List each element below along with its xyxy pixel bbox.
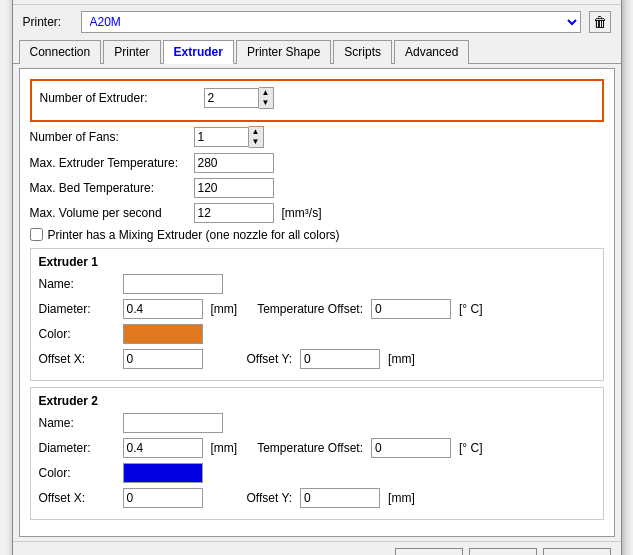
num-extruder-input[interactable] [204,88,259,108]
num-fans-row: Number of Fans: ▲ ▼ [30,126,604,148]
bottom-bar: OK Apply Cancel [13,541,621,556]
extruder1-name-input[interactable] [123,274,223,294]
max-extruder-temp-input[interactable] [194,153,274,173]
tab-printer[interactable]: Printer [103,40,160,64]
max-extruder-temp-label: Max. Extruder Temperature: [30,156,190,170]
extruder2-title: Extruder 2 [39,394,595,408]
cancel-button[interactable]: Cancel [543,548,611,556]
extruder2-color-picker[interactable] [123,463,203,483]
extruder2-diameter-input[interactable] [123,438,203,458]
tab-advanced[interactable]: Advanced [394,40,469,64]
extruder2-diameter-label: Diameter: [39,441,119,455]
extruder1-offset-x-input[interactable] [123,349,203,369]
extruder1-offset-row: Offset X: Offset Y: [mm] [39,349,595,369]
max-extruder-temp-row: Max. Extruder Temperature: [30,153,604,173]
extruder2-offset-y-label: Offset Y: [247,491,293,505]
extruder1-diameter-label: Diameter: [39,302,119,316]
max-bed-temp-input[interactable] [194,178,274,198]
num-fans-spin-down[interactable]: ▼ [249,137,263,147]
extruder2-offset-x-label: Offset X: [39,491,119,505]
tab-bar: Connection Printer Extruder Printer Shap… [13,39,621,64]
extruder2-temp-offset-input[interactable] [371,438,451,458]
printer-row: Printer: A20M 🗑 [13,5,621,39]
extruder1-name-label: Name: [39,277,119,291]
extruder2-section: Extruder 2 Name: Diameter: [mm] Temperat… [30,387,604,520]
num-fans-label: Number of Fans: [30,130,190,144]
extruder2-offset-y-input[interactable] [300,488,380,508]
tab-extruder[interactable]: Extruder [163,40,234,64]
extruder1-color-row: Color: [39,324,595,344]
extruder2-offset-unit: [mm] [388,491,415,505]
extruder1-diameter-input[interactable] [123,299,203,319]
extruder1-offset-y-label: Offset Y: [247,352,293,366]
num-fans-spin-up[interactable]: ▲ [249,127,263,137]
tab-printer-shape[interactable]: Printer Shape [236,40,331,64]
mixing-extruder-label: Printer has a Mixing Extruder (one nozzl… [48,228,340,242]
extruder2-offset-x-input[interactable] [123,488,203,508]
extruder1-offset-x-label: Offset X: [39,352,119,366]
extruder2-offset-row: Offset X: Offset Y: [mm] [39,488,595,508]
max-bed-temp-label: Max. Bed Temperature: [30,181,190,195]
extruder2-color-label: Color: [39,466,119,480]
num-extruder-row: Number of Extruder: ▲ ▼ [40,87,594,109]
num-extruder-label: Number of Extruder: [40,91,200,105]
extruder2-name-label: Name: [39,416,119,430]
extruder1-temp-unit: [° C] [459,302,482,316]
max-volume-unit: [mm³/s] [282,206,322,220]
tab-connection[interactable]: Connection [19,40,102,64]
num-extruder-spin-down[interactable]: ▼ [259,98,273,108]
mixing-extruder-checkbox[interactable] [30,228,43,241]
mixing-extruder-row: Printer has a Mixing Extruder (one nozzl… [30,228,604,242]
extruder2-color-row: Color: [39,463,595,483]
extruder1-color-label: Color: [39,327,119,341]
apply-button[interactable]: Apply [469,548,537,556]
extruder2-diameter-row: Diameter: [mm] Temperature Offset: [° C] [39,438,595,458]
tab-scripts[interactable]: Scripts [333,40,392,64]
num-fans-spinbox: ▲ ▼ [194,126,264,148]
max-bed-temp-row: Max. Bed Temperature: [30,178,604,198]
extruder1-diameter-unit: [mm] [211,302,238,316]
extruder1-temp-offset-input[interactable] [371,299,451,319]
extruder-count-section: Number of Extruder: ▲ ▼ [30,79,604,122]
extruder1-offset-y-input[interactable] [300,349,380,369]
ok-button[interactable]: OK [395,548,463,556]
extruder1-section: Extruder 1 Name: Diameter: [mm] Temperat… [30,248,604,381]
num-extruder-spinbox: ▲ ▼ [204,87,274,109]
max-volume-input[interactable] [194,203,274,223]
num-fans-input[interactable] [194,127,249,147]
max-volume-label: Max. Volume per second [30,206,190,220]
extruder2-temp-unit: [° C] [459,441,482,455]
extruder1-name-row: Name: [39,274,595,294]
extruder1-title: Extruder 1 [39,255,595,269]
extruder1-temp-offset-label: Temperature Offset: [257,302,363,316]
num-extruder-spin-buttons: ▲ ▼ [259,87,274,109]
max-volume-row: Max. Volume per second [mm³/s] [30,203,604,223]
main-content: Number of Extruder: ▲ ▼ Number of Fans: … [19,68,615,537]
extruder1-color-picker[interactable] [123,324,203,344]
extruder2-temp-offset-label: Temperature Offset: [257,441,363,455]
printer-select[interactable]: A20M [81,11,581,33]
num-fans-spin-buttons: ▲ ▼ [249,126,264,148]
delete-printer-button[interactable]: 🗑 [589,11,611,33]
num-extruder-spin-up[interactable]: ▲ [259,88,273,98]
extruder1-diameter-row: Diameter: [mm] Temperature Offset: [° C] [39,299,595,319]
extruder2-name-input[interactable] [123,413,223,433]
dialog-printer-settings: Printer Settings Printer: A20M 🗑 Connect… [12,0,622,555]
extruder2-diameter-unit: [mm] [211,441,238,455]
printer-label: Printer: [23,15,73,29]
extruder2-name-row: Name: [39,413,595,433]
extruder1-offset-unit: [mm] [388,352,415,366]
